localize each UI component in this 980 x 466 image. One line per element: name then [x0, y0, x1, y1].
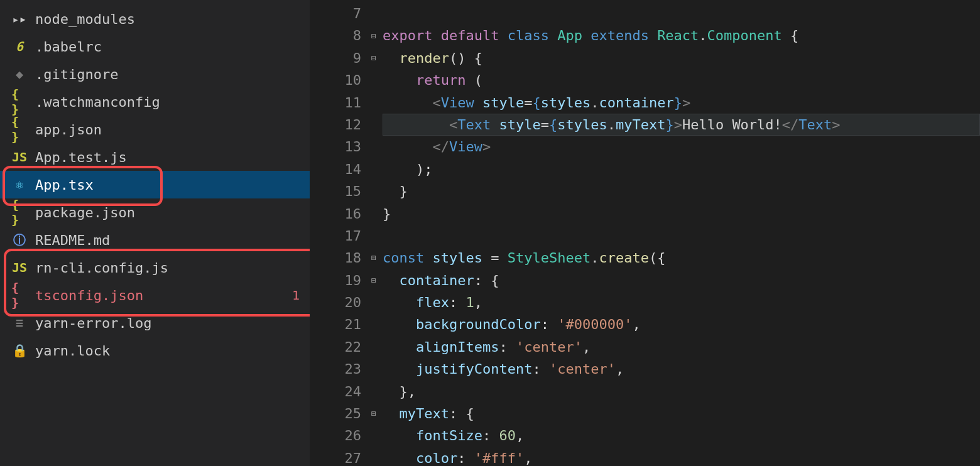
- line-number: 19: [310, 269, 361, 291]
- code-line-22[interactable]: alignItems: 'center',: [383, 336, 980, 358]
- fold-toggle: [365, 136, 383, 158]
- code-line-26[interactable]: fontSize: 60,: [383, 425, 980, 447]
- line-number: 24: [310, 381, 361, 403]
- file-package-json[interactable]: { }package.json: [0, 198, 310, 226]
- code-line-23[interactable]: justifyContent: 'center',: [383, 358, 980, 380]
- code-line-16[interactable]: }: [383, 203, 980, 225]
- file-yarn-lock[interactable]: 🔒yarn.lock: [0, 337, 310, 364]
- file-label: App.test.js: [35, 149, 300, 165]
- file-label: package.json: [35, 205, 300, 220]
- info-icon: ⓘ: [11, 232, 28, 249]
- file--watchmanconfig[interactable]: { }.watchmanconfig: [0, 88, 310, 116]
- code-area[interactable]: export default class App extends React.C…: [383, 0, 980, 466]
- file-readme-md[interactable]: ⓘREADME.md: [0, 226, 310, 254]
- line-number: 8: [310, 24, 361, 46]
- file-label: rn-cli.config.js: [35, 260, 300, 276]
- file-label: .gitignore: [35, 67, 300, 82]
- code-line-17[interactable]: [383, 225, 980, 247]
- fold-toggle: [365, 447, 383, 466]
- fold-column[interactable]: ⊟⊟⊟⊟⊟: [365, 0, 383, 466]
- code-line-9[interactable]: render() {: [383, 47, 980, 69]
- folder-icon: ▸: [11, 11, 28, 26]
- json-red-icon: { }: [11, 280, 28, 310]
- file-label: README.md: [35, 232, 300, 248]
- react-icon: ⚛: [11, 177, 28, 192]
- file-label: App.tsx: [35, 177, 300, 193]
- file-rn-cli-config-js[interactable]: JSrn-cli.config.js: [0, 254, 310, 281]
- json-icon: { }: [11, 87, 28, 117]
- line-number: 25: [310, 403, 361, 425]
- log-icon: ≡: [11, 315, 28, 330]
- file-node-modules[interactable]: ▸node_modules: [0, 5, 310, 33]
- code-line-25[interactable]: myText: {: [383, 403, 980, 425]
- line-number: 21: [310, 313, 361, 335]
- code-line-7[interactable]: [383, 3, 980, 24]
- code-line-21[interactable]: backgroundColor: '#000000',: [383, 313, 980, 335]
- fold-toggle[interactable]: ⊟: [365, 24, 383, 46]
- fold-toggle: [365, 114, 383, 136]
- code-line-11[interactable]: <View style={styles.container}>: [383, 92, 980, 114]
- git-icon: ◆: [11, 67, 28, 82]
- file-label: .babelrc: [35, 39, 300, 55]
- file-yarn-error-log[interactable]: ≡yarn-error.log: [0, 309, 310, 337]
- fold-toggle: [365, 225, 383, 247]
- json-icon: { }: [11, 197, 28, 227]
- fold-toggle: [365, 425, 383, 447]
- file-app-test-js[interactable]: JSApp.test.js: [0, 143, 310, 171]
- fold-toggle: [365, 358, 383, 380]
- file-tsconfig-json[interactable]: { }tsconfig.json1: [0, 281, 310, 309]
- line-number: 26: [310, 425, 361, 447]
- js-icon: JS: [11, 260, 28, 275]
- fold-toggle: [365, 336, 383, 358]
- file-label: node_modules: [35, 11, 300, 27]
- fold-toggle: [365, 3, 383, 24]
- line-number: 17: [310, 225, 361, 247]
- file-explorer[interactable]: ▸node_modules6.babelrc◆.gitignore{ }.wat…: [0, 0, 310, 466]
- line-number: 13: [310, 136, 361, 158]
- fold-toggle: [365, 313, 383, 335]
- line-number: 23: [310, 358, 361, 380]
- fold-toggle[interactable]: ⊟: [365, 269, 383, 291]
- file--gitignore[interactable]: ◆.gitignore: [0, 60, 310, 88]
- code-line-24[interactable]: },: [383, 381, 980, 403]
- code-line-12[interactable]: <Text style={styles.myText}>Hello World!…: [383, 114, 980, 136]
- fold-toggle[interactable]: ⊟: [365, 403, 383, 425]
- line-number: 14: [310, 158, 361, 180]
- code-line-14[interactable]: );: [383, 158, 980, 180]
- code-line-18[interactable]: const styles = StyleSheet.create({: [383, 247, 980, 269]
- code-line-27[interactable]: color: '#fff',: [383, 447, 980, 466]
- line-number: 7: [310, 3, 361, 24]
- line-number: 11: [310, 92, 361, 114]
- line-number: 9: [310, 47, 361, 69]
- line-number: 20: [310, 291, 361, 313]
- code-line-20[interactable]: flex: 1,: [383, 291, 980, 313]
- file-app-tsx[interactable]: ⚛App.tsx: [0, 171, 310, 198]
- fold-toggle[interactable]: ⊟: [365, 247, 383, 269]
- fold-toggle: [365, 69, 383, 91]
- file-label: tsconfig.json: [35, 288, 292, 303]
- line-number-gutter: 789101112131415161718192021222324252627: [310, 0, 365, 466]
- fold-toggle[interactable]: ⊟: [365, 47, 383, 69]
- code-line-13[interactable]: </View>: [383, 136, 980, 158]
- code-line-19[interactable]: container: {: [383, 269, 980, 291]
- file-label: .watchmanconfig: [35, 94, 300, 110]
- file-app-json[interactable]: { }app.json: [0, 116, 310, 143]
- js-icon: JS: [11, 149, 28, 165]
- code-line-8[interactable]: export default class App extends React.C…: [383, 24, 980, 46]
- line-number: 27: [310, 447, 361, 466]
- line-number: 15: [310, 180, 361, 202]
- line-number: 10: [310, 69, 361, 91]
- lock-icon: 🔒: [11, 343, 28, 358]
- file--babelrc[interactable]: 6.babelrc: [0, 33, 310, 60]
- fold-toggle: [365, 291, 383, 313]
- fold-toggle: [365, 92, 383, 114]
- fold-toggle: [365, 381, 383, 403]
- error-badge: 1: [292, 288, 300, 303]
- code-editor[interactable]: 789101112131415161718192021222324252627 …: [310, 0, 980, 466]
- fold-toggle: [365, 203, 383, 225]
- fold-toggle: [365, 180, 383, 202]
- code-line-10[interactable]: return (: [383, 69, 980, 91]
- code-line-15[interactable]: }: [383, 180, 980, 202]
- fold-toggle: [365, 158, 383, 180]
- line-number: 16: [310, 203, 361, 225]
